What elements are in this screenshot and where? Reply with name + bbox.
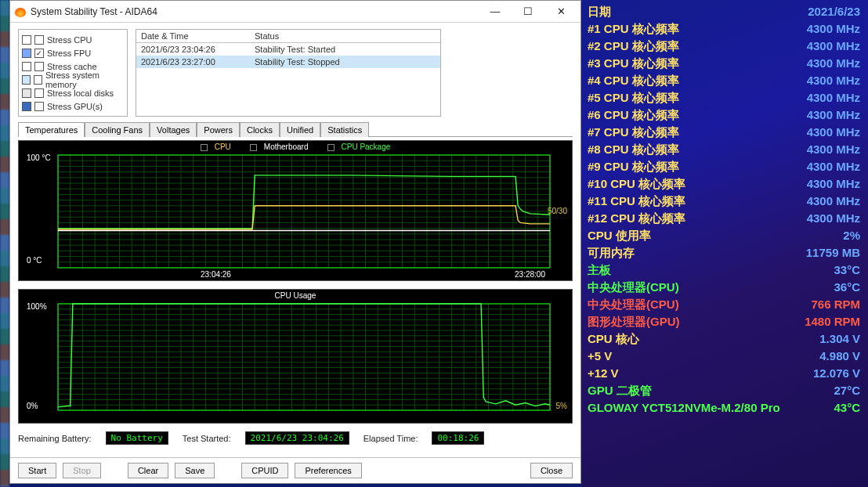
sensor-row: CPU 使用率2%: [588, 227, 860, 244]
sensor-label: +12 V: [588, 365, 619, 382]
test-started-label: Test Started:: [183, 434, 231, 443]
sensor-row: #11 CPU 核心频率4300 MHz: [588, 193, 860, 210]
legend-item[interactable]: CPU: [196, 142, 236, 151]
sensor-value: 4300 MHz: [807, 20, 860, 38]
desktop-edge: [0, 0, 9, 487]
sensor-label: #2 CPU 核心频率: [588, 38, 679, 55]
sensor-value: 4.980 V: [819, 348, 860, 365]
sensor-row: #1 CPU 核心频率4300 MHz: [588, 20, 860, 38]
sensor-label: 可用内存: [588, 244, 635, 262]
stop-button[interactable]: Stop: [63, 463, 101, 478]
legend-label: CPU Package: [342, 142, 391, 151]
tab-statistics[interactable]: Statistics: [320, 122, 369, 137]
sensor-value: 4300 MHz: [807, 158, 860, 175]
sensor-value: 33°C: [834, 262, 860, 279]
y-tick-high: 100 °C: [27, 153, 51, 162]
chart-cpu-title: CPU Usage: [19, 291, 572, 300]
sensor-value: 2%: [843, 227, 860, 244]
sensor-row: #2 CPU 核心频率4300 MHz: [588, 38, 860, 55]
maximize-button[interactable]: ☐: [512, 1, 544, 23]
log-cell-datetime: 2021/6/23 23:04:26: [136, 43, 250, 56]
stress-option-label: Stress local disks: [47, 88, 114, 98]
chart-legend: CPUMotherboardCPU Package: [19, 142, 572, 151]
sensor-row: #7 CPU 核心频率4300 MHz: [588, 124, 860, 141]
sensor-label: #12 CPU 核心频率: [588, 210, 685, 227]
tab-clocks[interactable]: Clocks: [240, 122, 280, 137]
sensor-row: 中央处理器(CPU)766 RPM: [588, 296, 860, 313]
log-col-datetime[interactable]: Date & Time: [136, 30, 250, 42]
close-button[interactable]: Close: [530, 463, 573, 478]
event-log: Date & Time Status 2021/6/23 23:04:26Sta…: [136, 29, 441, 117]
sensor-row: #10 CPU 核心频率4300 MHz: [588, 175, 860, 193]
checkbox-icon[interactable]: [34, 88, 44, 98]
chart-side-value-2: 5%: [556, 402, 567, 410]
log-body: 2021/6/23 23:04:26Stability Test: Starte…: [136, 43, 440, 96]
start-button[interactable]: Start: [18, 463, 56, 478]
legend-item[interactable]: CPU Package: [323, 142, 396, 151]
checkbox-icon[interactable]: ✓: [34, 49, 44, 58]
stress-option[interactable]: Stress local disks: [22, 86, 124, 99]
flame-icon: [15, 6, 26, 17]
close-window-button[interactable]: ✕: [544, 1, 577, 23]
sensor-row: GPU 二极管27°C: [588, 382, 860, 399]
x-tick-end: 23:28:00: [515, 270, 545, 279]
button-row: Start Stop Clear Save CPUID Preferences …: [10, 457, 580, 483]
sensor-label: CPU 核心: [588, 330, 639, 348]
stress-option-label: Stress GPU(s): [47, 102, 103, 111]
preferences-button[interactable]: Preferences: [295, 463, 361, 478]
sensor-label: #5 CPU 核心频率: [588, 89, 679, 106]
sensor-value: 4300 MHz: [807, 72, 860, 89]
sensor-label: #1 CPU 核心频率: [588, 20, 679, 38]
tab-powers[interactable]: Powers: [197, 122, 240, 137]
stress-option[interactable]: Stress CPU: [22, 33, 124, 46]
sensor-label: GPU 二极管: [588, 382, 652, 399]
log-row[interactable]: 2021/6/23 23:27:00Stability Test: Stoppe…: [136, 56, 440, 68]
color-swatch: [22, 88, 31, 98]
sensor-value: 36°C: [834, 279, 860, 296]
sensor-row: CPU 核心1.304 V: [588, 330, 860, 348]
sensor-label: #11 CPU 核心频率: [588, 193, 685, 210]
log-col-status[interactable]: Status: [250, 30, 440, 42]
sensor-row: GLOWAY YCT512NVMe-M.2/80 Pro43°C: [588, 399, 860, 417]
titlebar[interactable]: System Stability Test - AIDA64 — ☐ ✕: [10, 1, 580, 23]
log-cell-status: Stability Test: Started: [250, 43, 440, 56]
checkbox-icon[interactable]: [34, 102, 44, 111]
save-button[interactable]: Save: [175, 463, 215, 478]
top-row: Stress CPU✓Stress FPUStress cacheStress …: [18, 29, 573, 117]
log-row[interactable]: 2021/6/23 23:04:26Stability Test: Starte…: [136, 43, 440, 56]
sensor-value: 4300 MHz: [807, 106, 860, 124]
color-swatch: [22, 62, 31, 71]
y-tick-low: 0 °C: [27, 256, 42, 265]
y-tick-low-2: 0%: [27, 402, 38, 410]
sensor-row: 中央处理器(CPU)36°C: [588, 279, 860, 296]
sensor-label: 中央处理器(CPU): [588, 279, 679, 296]
stress-option-label: Stress FPU: [47, 49, 91, 58]
sensor-row: +12 V12.076 V: [588, 365, 860, 382]
sensor-label: #4 CPU 核心频率: [588, 72, 679, 89]
tab-unified[interactable]: Unified: [280, 122, 320, 137]
checkbox-icon[interactable]: [34, 62, 44, 71]
stress-option[interactable]: ✓Stress FPU: [22, 46, 124, 60]
tab-temperatures[interactable]: Temperatures: [18, 122, 85, 137]
legend-item[interactable]: Motherboard: [245, 142, 313, 151]
stress-option[interactable]: Stress system memory: [22, 73, 124, 86]
cpuid-button[interactable]: CPUID: [241, 463, 288, 478]
tab-cooling-fans[interactable]: Cooling Fans: [85, 122, 150, 137]
sensor-label: #6 CPU 核心频率: [588, 106, 679, 124]
stress-option-label: Stress system memory: [45, 70, 124, 89]
stress-option[interactable]: Stress GPU(s): [22, 99, 124, 113]
sensor-value: 12.076 V: [813, 365, 860, 382]
minimize-button[interactable]: —: [479, 1, 512, 23]
sensor-row: #3 CPU 核心频率4300 MHz: [588, 55, 860, 72]
checkbox-icon[interactable]: [34, 75, 42, 85]
sensor-row: 主板33°C: [588, 262, 860, 279]
sensor-label: CPU 使用率: [588, 227, 651, 244]
elapsed-label: Elapsed Time:: [363, 434, 418, 443]
tab-voltages[interactable]: Voltages: [150, 122, 197, 137]
aida64-window: System Stability Test - AIDA64 — ☐ ✕ Str…: [9, 0, 581, 484]
log-cell-status: Stability Test: Stopped: [250, 56, 440, 68]
checkbox-icon[interactable]: [34, 35, 44, 45]
clear-button[interactable]: Clear: [128, 463, 168, 478]
color-swatch: [22, 35, 31, 45]
color-swatch: [22, 102, 31, 111]
